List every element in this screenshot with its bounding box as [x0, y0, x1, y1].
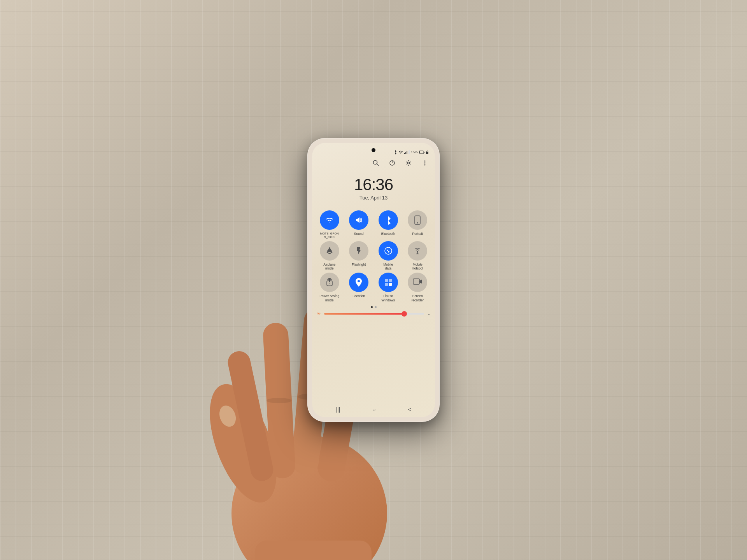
settings-button[interactable]	[403, 158, 414, 168]
tile-mobile-data[interactable]: Mobiledata	[375, 241, 402, 270]
svg-rect-11	[404, 153, 405, 154]
power-button[interactable]	[387, 158, 398, 168]
svg-point-37	[358, 280, 360, 282]
wifi-tile-icon	[320, 210, 339, 230]
tile-wifi[interactable]: MGTS_GPON5_330C	[316, 210, 343, 239]
svg-point-26	[424, 163, 426, 164]
sound-tile-icon	[349, 210, 368, 230]
svg-rect-14	[408, 150, 409, 154]
hotspot-tile-icon	[408, 241, 427, 261]
location-tile-label: Location	[352, 294, 365, 301]
tile-location[interactable]: Location	[345, 273, 373, 302]
svg-rect-40	[385, 283, 388, 286]
svg-rect-30	[328, 253, 331, 254]
portrait-tile-icon	[408, 210, 427, 230]
svg-rect-42	[413, 279, 419, 284]
svg-point-25	[424, 161, 426, 162]
status-icons: 15%	[393, 150, 429, 154]
portrait-tile-label: Portrait	[412, 232, 423, 239]
lock-status-icon	[426, 150, 429, 154]
phone-body: 15%	[307, 138, 440, 422]
nav-home[interactable]: ○	[372, 406, 375, 413]
phone-screen: 15%	[312, 143, 435, 417]
tile-power-saving[interactable]: Power savingmode	[316, 273, 343, 302]
more-button[interactable]	[419, 158, 430, 168]
phone-device: 15%	[307, 138, 440, 422]
flashlight-tile-icon	[349, 241, 368, 261]
page-dots	[312, 306, 435, 308]
svg-rect-18	[419, 151, 420, 153]
tile-screen-recorder[interactable]: Screenrecorder	[404, 273, 431, 302]
camera-cutout	[372, 148, 375, 152]
tile-airplane[interactable]: Airplanemode	[316, 241, 343, 270]
location-tile-icon	[349, 273, 368, 292]
svg-rect-9	[255, 541, 372, 560]
mobile-data-tile-icon	[379, 241, 398, 261]
svg-point-32	[417, 251, 418, 252]
svg-point-29	[417, 222, 418, 224]
nav-recent-apps[interactable]: |||	[336, 406, 340, 413]
brightness-thumb[interactable]	[402, 311, 407, 317]
search-button[interactable]	[370, 158, 381, 168]
clock-date: Tue, April 13	[312, 195, 435, 201]
svg-point-27	[424, 164, 426, 166]
screen-recorder-tile-icon	[408, 273, 427, 292]
screen-recorder-tile-label: Screenrecorder	[411, 294, 424, 302]
svg-rect-38	[385, 279, 388, 282]
svg-rect-17	[424, 152, 424, 153]
bluetooth-status-icon	[393, 150, 397, 154]
svg-line-21	[377, 164, 379, 166]
svg-rect-15	[409, 150, 410, 154]
clock-section: 16:36 Tue, April 13	[312, 172, 435, 208]
link-windows-tile-label: Link toWindows	[382, 294, 395, 302]
dot-2	[375, 306, 377, 308]
svg-rect-41	[389, 283, 392, 286]
brightness-chevron-icon[interactable]: ⌄	[427, 312, 430, 316]
link-windows-tile-icon	[379, 273, 398, 292]
svg-rect-19	[426, 152, 428, 154]
power-saving-tile-label: Power savingmode	[319, 294, 339, 302]
brightness-track[interactable]	[324, 313, 424, 315]
tile-hotspot[interactable]: MobileHotspot	[404, 241, 431, 270]
bluetooth-tile-label: Bluetooth	[381, 232, 395, 239]
svg-point-24	[408, 162, 410, 164]
tile-sound[interactable]: Sound	[345, 210, 373, 239]
top-controls	[312, 156, 435, 172]
bluetooth-tile-icon	[379, 210, 398, 230]
nav-back[interactable]: <	[408, 406, 411, 413]
flashlight-tile-label: Flashlight	[352, 262, 366, 270]
svg-point-8	[267, 398, 291, 403]
tile-flashlight[interactable]: Flashlight	[345, 241, 373, 270]
brightness-sun-icon: ☀	[317, 311, 321, 317]
power-saving-tile-icon	[320, 273, 339, 292]
battery-status-icon	[419, 150, 424, 154]
mobile-data-tile-label: Mobiledata	[383, 262, 393, 270]
battery-percentage: 15%	[411, 150, 418, 154]
brightness-row: ☀ ⌄	[312, 310, 435, 318]
tile-portrait[interactable]: Portrait	[404, 210, 431, 239]
signal-status-icon	[404, 150, 410, 154]
tile-link-windows[interactable]: Link toWindows	[375, 273, 402, 302]
airplane-tile-icon	[320, 241, 339, 261]
svg-rect-13	[407, 151, 407, 154]
clock-time: 16:36	[312, 175, 435, 194]
tile-bluetooth[interactable]: Bluetooth	[375, 210, 402, 239]
wifi-tile-label: MGTS_GPON5_330C	[320, 232, 339, 239]
navigation-bar: ||| ○ <	[312, 403, 435, 417]
airplane-tile-label: Airplanemode	[323, 262, 335, 270]
svg-rect-12	[405, 152, 406, 154]
dot-1	[371, 306, 373, 308]
brightness-fill	[324, 313, 404, 315]
hotspot-tile-label: MobileHotspot	[412, 262, 423, 270]
sound-tile-label: Sound	[354, 232, 364, 239]
quick-tiles-grid: MGTS_GPON5_330C Sound	[312, 210, 435, 302]
svg-rect-39	[389, 279, 392, 282]
wifi-status-icon	[398, 150, 403, 154]
